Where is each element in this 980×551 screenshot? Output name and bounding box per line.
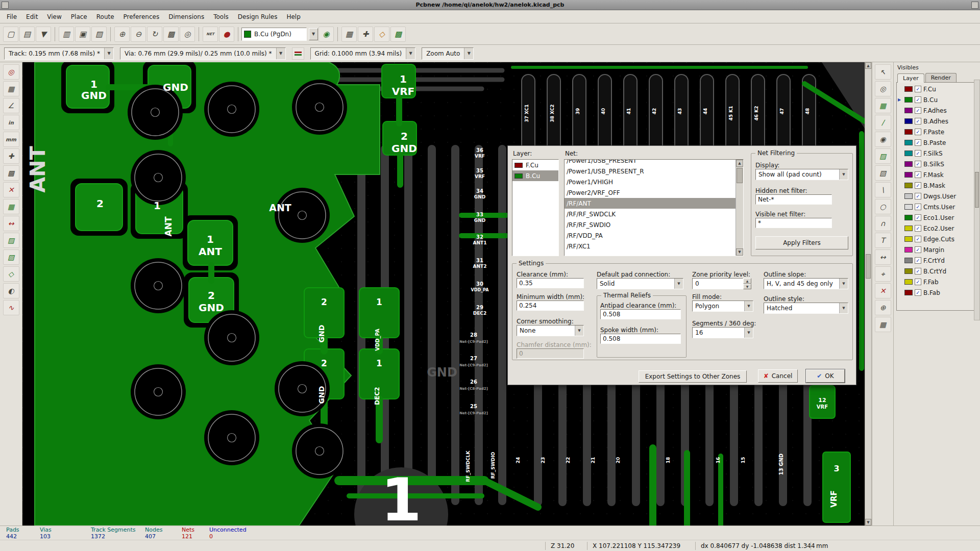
- clearance-input[interactable]: 0.35: [517, 278, 584, 288]
- zoom-arrow-icon[interactable]: ▼: [464, 48, 473, 59]
- layer-color-swatch[interactable]: [904, 97, 913, 103]
- layer-visibility-checkbox[interactable]: ✓: [915, 257, 921, 264]
- add-arc-tool-icon[interactable]: ∩: [875, 216, 891, 231]
- track-width-combo[interactable]: Track: 0.195 mm (7.68 mils) * ▼: [4, 47, 114, 60]
- net-row[interactable]: /RF/RF_SWDCLK: [565, 209, 743, 219]
- layer-color-swatch[interactable]: [904, 290, 913, 295]
- layer-color-swatch[interactable]: [904, 151, 913, 156]
- menu-item[interactable]: Route: [92, 11, 119, 22]
- grid-axes-icon[interactable]: ✚: [358, 27, 373, 42]
- drill-origin-icon[interactable]: ⊕: [875, 300, 891, 315]
- layer-visibility-checkbox[interactable]: ✓: [915, 96, 921, 103]
- layer-row[interactable]: ▶ ✓ Dwgs.User: [897, 191, 978, 202]
- zoom-out-icon[interactable]: ⊖: [131, 27, 146, 42]
- layer-visibility-checkbox[interactable]: ✓: [915, 107, 921, 114]
- layer-row[interactable]: ▶ ✓ F.Mask: [897, 169, 978, 180]
- min-width-input[interactable]: 0.254: [517, 300, 584, 311]
- highlight-net-tool-icon[interactable]: ◎: [875, 81, 891, 96]
- layer-visibility-checkbox[interactable]: ✓: [915, 86, 921, 92]
- layer-row[interactable]: ▶ ✓ F.Fab: [897, 277, 978, 287]
- layer-color-swatch[interactable]: [904, 172, 913, 178]
- high-contrast-icon[interactable]: ◐: [3, 283, 19, 298]
- route-track-tool-icon[interactable]: /: [875, 115, 891, 130]
- layer-color-swatch[interactable]: [904, 279, 913, 285]
- net-scroll-thumb[interactable]: [737, 168, 743, 183]
- visibles-scrollbar[interactable]: [974, 80, 980, 320]
- layer-color-swatch[interactable]: [904, 129, 913, 135]
- autodelete-track-icon[interactable]: ↔: [3, 216, 19, 231]
- add-circle-tool-icon[interactable]: ○: [875, 199, 891, 214]
- layer-row[interactable]: ▶ ✓ B.SilkS: [897, 159, 978, 169]
- pad-connection-combo[interactable]: Solid▼: [597, 278, 683, 289]
- layer-row[interactable]: ▶ ✓ F.Paste: [897, 127, 978, 137]
- layer-row[interactable]: ▶ ✓ Eco2.User: [897, 223, 978, 234]
- plot-board-icon[interactable]: ▨: [91, 27, 107, 42]
- layer-color-swatch[interactable]: [904, 204, 913, 210]
- layer-color-swatch[interactable]: [904, 258, 913, 263]
- grid-origin-icon[interactable]: ▦: [875, 317, 891, 332]
- layer-color-swatch[interactable]: [904, 193, 913, 199]
- layer-selector-arrow-icon[interactable]: ▼: [309, 28, 318, 40]
- layer-color-swatch[interactable]: [904, 268, 913, 274]
- layer-visibility-checkbox[interactable]: ✓: [915, 182, 921, 189]
- dialog-layer-row[interactable]: B.Cu: [512, 170, 558, 181]
- canvas-vertical-scrollbar[interactable]: ▲ ▼: [865, 62, 872, 525]
- layer-color-swatch[interactable]: [904, 226, 913, 231]
- netlist-icon[interactable]: NET: [203, 27, 218, 42]
- layer-pair-toggle-icon[interactable]: ◉: [318, 27, 334, 42]
- grid-visibility-icon[interactable]: ▦: [3, 81, 19, 96]
- menu-item[interactable]: Tools: [209, 11, 233, 22]
- open-board-icon[interactable]: ▤: [19, 27, 35, 42]
- hidden-net-filter-input[interactable]: Net-*: [755, 194, 832, 205]
- find-icon[interactable]: ◎: [180, 27, 195, 42]
- net-row[interactable]: /Power1/USB_PRESENT: [565, 159, 743, 166]
- grid-dots-icon[interactable]: ▦: [341, 27, 357, 42]
- visibles-scroll-thumb[interactable]: [975, 172, 979, 208]
- layer-color-swatch[interactable]: [904, 183, 913, 188]
- net-row[interactable]: /RF/XC1: [565, 241, 743, 252]
- add-line-tool-icon[interactable]: \: [875, 182, 891, 197]
- layer-color-swatch[interactable]: [904, 140, 913, 145]
- units-inch-icon[interactable]: in: [3, 115, 19, 130]
- display-filter-arrow-icon[interactable]: ▼: [839, 169, 848, 180]
- layer-row[interactable]: ▶ ✓ Edge.Cuts: [897, 234, 978, 244]
- layer-row[interactable]: ▶ ✓ F.Cu: [897, 84, 978, 94]
- net-row[interactable]: /Power1/USB_PRESENT_R: [565, 166, 743, 177]
- layer-visibility-checkbox[interactable]: ✓: [915, 214, 921, 221]
- layer-visibility-checkbox[interactable]: ✓: [915, 150, 921, 157]
- cancel-button[interactable]: ✘ Cancel: [758, 369, 798, 383]
- layer-visibility-checkbox[interactable]: ✓: [915, 118, 921, 124]
- track-width-arrow-icon[interactable]: ▼: [104, 48, 113, 59]
- layer-row[interactable]: ▶ ✓ B.Mask: [897, 180, 978, 191]
- via-size-combo[interactable]: Via: 0.76 mm (29.9 mils)/ 0.25 mm (10.0 …: [120, 47, 286, 60]
- module-ratsnest-icon[interactable]: ▦: [3, 199, 19, 214]
- layer-color-swatch[interactable]: [904, 108, 913, 113]
- layer-color-swatch[interactable]: [904, 236, 913, 242]
- layer-row[interactable]: ▶ ✓ Margin: [897, 244, 978, 255]
- save-board-icon[interactable]: ▼: [36, 27, 51, 42]
- window-close-icon[interactable]: [971, 2, 978, 9]
- segments-arrow-icon[interactable]: ▼: [744, 328, 753, 338]
- drc-ladybug-icon[interactable]: ●: [219, 27, 234, 42]
- layer-color-swatch[interactable]: [904, 161, 913, 167]
- layer-row[interactable]: ▶ ✓ F.CrtYd: [897, 255, 978, 266]
- layer-color-swatch[interactable]: [904, 86, 913, 92]
- set-origin-tool-icon[interactable]: ⌖: [875, 266, 891, 282]
- net-row[interactable]: /RF/RF_SWDIO: [565, 219, 743, 230]
- dialog-layer-list[interactable]: F.Cu B.Cu: [512, 159, 559, 256]
- net-scroll-up-icon[interactable]: ▲: [736, 160, 743, 167]
- menu-item[interactable]: Help: [282, 11, 305, 22]
- layer-visibility-checkbox[interactable]: ✓: [915, 268, 921, 274]
- priority-up-icon[interactable]: ▲: [743, 278, 751, 284]
- ratsnest-hide-icon[interactable]: ✕: [3, 182, 19, 197]
- layer-visibility-checkbox[interactable]: ✓: [915, 289, 921, 296]
- print-board-icon[interactable]: ▣: [75, 27, 90, 42]
- layer-visibility-checkbox[interactable]: ✓: [915, 129, 921, 135]
- layer-color-swatch[interactable]: [904, 247, 913, 253]
- outline-style-arrow-icon[interactable]: ▼: [839, 303, 848, 313]
- dialog-net-list[interactable]: /Power1/USB_PRESENT /Power1/USB_PRESENT_…: [564, 159, 744, 256]
- canvas-scroll-thumb[interactable]: [866, 254, 871, 279]
- zoom-redraw-icon[interactable]: ↻: [147, 27, 162, 42]
- layer-row[interactable]: ▶ ✓ F.Adhes: [897, 105, 978, 116]
- add-dimension-tool-icon[interactable]: ↔: [875, 249, 891, 265]
